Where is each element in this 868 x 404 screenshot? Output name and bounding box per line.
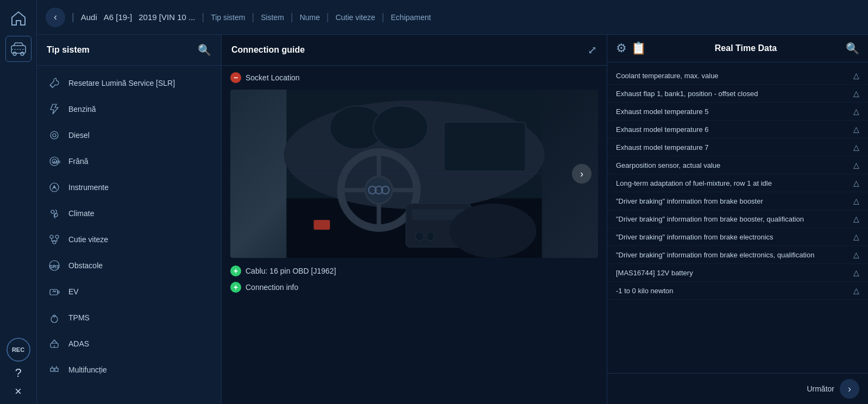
system-list: Resetare Lumină Service [SLR] Benzină (37, 66, 221, 404)
svg-point-42 (374, 106, 428, 149)
adas-icon (47, 336, 62, 351)
clipboard-icon[interactable]: 📋 (631, 41, 646, 55)
realtime-panel-title: Real Time Data (652, 43, 839, 53)
sidebar-car[interactable] (5, 36, 32, 62)
main-area: ‹ | Audi A6 [19-] 2019 [VIN 10 ... | Tip… (37, 0, 868, 404)
gearbox-icon (47, 232, 62, 247)
back-button[interactable]: ‹ (46, 8, 65, 27)
realtime-item-2[interactable]: Exhaust model temperature 5 △ (607, 103, 868, 121)
system-item-label-4: Instrumente (68, 183, 109, 192)
alert-icon-3: △ (853, 125, 859, 134)
system-item-label-0: Resetare Lumină Service [SLR] (68, 79, 175, 87)
breadcrumb-div-3: | (291, 11, 293, 23)
realtime-item-6[interactable]: Long-term adaptation of fuel-mixture, ro… (607, 174, 868, 192)
next-button[interactable]: › (840, 379, 859, 399)
rec-button[interactable]: REC (7, 338, 30, 362)
realtime-item-3[interactable]: Exhaust model temperature 6 △ (607, 121, 868, 138)
next-label: Următor (807, 384, 834, 393)
system-item-5[interactable]: Climate (37, 200, 221, 226)
tab-sistem[interactable]: Sistem (261, 13, 284, 22)
system-item-6[interactable]: Cutie viteze (37, 226, 221, 252)
alert-icon-8: △ (853, 214, 859, 223)
system-item-label-1: Benzină (68, 105, 96, 113)
expand-icon[interactable]: ⤢ (588, 43, 597, 56)
alert-icon-4: △ (853, 143, 859, 152)
realtime-item-9[interactable]: "Driver braking" information from brake … (607, 228, 868, 246)
system-item-label-9: TPMS (68, 313, 90, 322)
alert-icon-6: △ (853, 179, 859, 187)
realtime-search-icon[interactable]: 🔍 (846, 42, 859, 55)
system-panel-header: Tip sistem 🔍 (37, 35, 221, 66)
realtime-item-label-12: -1 to 0 kilo newton (616, 287, 849, 295)
realtime-item-0[interactable]: Coolant temperature, max. value △ (607, 67, 868, 85)
system-item-3[interactable]: ABS Frână (37, 148, 221, 174)
svg-rect-47 (314, 220, 330, 230)
realtime-item-4[interactable]: Exhaust model temperature 7 △ (607, 138, 868, 156)
realtime-item-label-7: "Driver braking" information from brake … (616, 197, 849, 205)
cable-label: Cablu: 16 pin OBD [J1962] (246, 267, 336, 275)
help-icon[interactable]: ? (15, 366, 21, 380)
svg-point-1 (13, 52, 16, 55)
realtime-item-11[interactable]: [MAS16744] 12V battery △ (607, 264, 868, 282)
alert-icon-11: △ (853, 268, 859, 277)
system-item-8[interactable]: EV (37, 279, 221, 305)
breadcrumb-div-5: | (382, 11, 385, 23)
tab-nume[interactable]: Nume (300, 13, 320, 22)
svg-rect-28 (55, 368, 58, 371)
tab-cutie-viteze[interactable]: Cutie viteze (336, 13, 375, 22)
realtime-item-label-5: Gearposition sensor, actual value (616, 161, 849, 169)
instruments-icon (47, 180, 62, 195)
diesel-icon (47, 128, 62, 143)
svg-point-4 (51, 131, 58, 139)
system-search-icon[interactable]: 🔍 (198, 43, 211, 56)
realtime-panel: ⚙ 📋 Real Time Data 🔍 Coolant temperature… (607, 35, 868, 404)
svg-point-46 (426, 232, 435, 241)
realtime-item-8[interactable]: "Driver braking" information from brake … (607, 210, 868, 228)
sidebar: REC ? × (0, 0, 37, 404)
breadcrumb-year-vin: 2019 [VIN 10 ... (139, 12, 195, 22)
realtime-item-5[interactable]: Gearposition sensor, actual value △ (607, 156, 868, 174)
system-item-label-8: EV (68, 287, 79, 296)
system-item-1[interactable]: Benzină (37, 96, 221, 122)
tab-tip-sistem[interactable]: Tip sistem (211, 13, 245, 22)
svg-rect-40 (444, 122, 526, 171)
system-item-10[interactable]: ADAS (37, 331, 221, 357)
system-item-4[interactable]: Instrumente (37, 174, 221, 200)
breadcrumb-div-2: | (251, 11, 254, 23)
realtime-item-label-0: Coolant temperature, max. value (616, 72, 849, 80)
system-item-label-7: Obstacole (68, 261, 103, 270)
car-image-container: › (230, 90, 598, 258)
svg-point-5 (53, 134, 56, 137)
svg-point-10 (54, 187, 55, 188)
realtime-item-10[interactable]: "Driver braking" information from brake … (607, 246, 868, 264)
expand-conninfo-icon[interactable]: + (230, 282, 241, 293)
expand-cable-icon[interactable]: + (230, 266, 241, 276)
tpms-icon (47, 310, 62, 325)
system-item-0[interactable]: Resetare Lumină Service [SLR] (37, 70, 221, 96)
system-item-11[interactable]: Multifuncție (37, 357, 221, 383)
system-item-9[interactable]: TPMS (37, 305, 221, 331)
close-icon[interactable]: × (15, 384, 22, 399)
svg-point-35 (366, 176, 393, 204)
breadcrumb-div-1: | (202, 11, 204, 23)
alert-icon-12: △ (853, 286, 859, 295)
collapse-socket-icon[interactable]: − (230, 72, 241, 83)
system-item-7[interactable]: SRS Obstacole (37, 252, 221, 279)
tools-icon[interactable]: ⚙ (616, 41, 627, 55)
svg-point-11 (51, 210, 54, 213)
svg-point-45 (416, 232, 424, 241)
tab-echipament[interactable]: Echipament (391, 13, 431, 22)
next-image-arrow[interactable]: › (572, 164, 592, 184)
lightning-icon (47, 102, 62, 117)
realtime-item-label-9: "Driver braking" information from brake … (616, 233, 849, 241)
realtime-item-12[interactable]: -1 to 0 kilo newton △ (607, 282, 868, 300)
sidebar-home[interactable] (5, 5, 32, 31)
alert-icon-0: △ (853, 71, 859, 80)
system-item-2[interactable]: Diesel (37, 122, 221, 148)
realtime-item-7[interactable]: "Driver braking" information from brake … (607, 192, 868, 210)
svg-point-13 (50, 235, 53, 238)
system-panel: Tip sistem 🔍 Resetare Lumină Service [SL… (37, 35, 222, 404)
system-item-label-3: Frână (68, 157, 89, 166)
realtime-footer: Următor › (607, 373, 868, 404)
realtime-item-1[interactable]: Exhaust flap 1, bank1, position - offset… (607, 85, 868, 103)
